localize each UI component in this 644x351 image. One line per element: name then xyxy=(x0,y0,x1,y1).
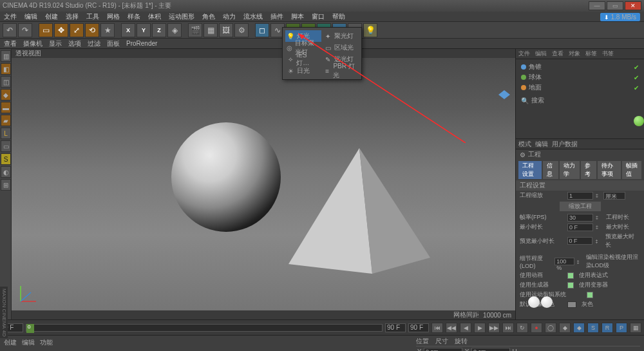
obj-tab[interactable]: 标签 xyxy=(585,50,597,58)
key-scale-button[interactable]: S xyxy=(587,323,599,333)
menu-item[interactable]: 选择 xyxy=(66,12,79,21)
attr-subtab[interactable]: 参考 xyxy=(581,161,596,179)
light-option-pbr[interactable]: ≡PBR 灯光 xyxy=(323,65,359,77)
use-gen-check[interactable] xyxy=(567,282,574,289)
attr-tab[interactable]: 模式 xyxy=(518,140,531,149)
recent-tool[interactable]: ★ xyxy=(100,23,115,37)
menu-item[interactable]: 网格 xyxy=(107,12,120,21)
view-menu-item[interactable]: 面板 xyxy=(107,39,120,48)
menu-item[interactable]: 帮助 xyxy=(332,12,345,21)
coord-system-button[interactable]: ◈ xyxy=(167,23,182,37)
key-rot-button[interactable]: R xyxy=(601,323,613,333)
render-region-button[interactable]: ▦ xyxy=(204,23,218,37)
obj-tab[interactable]: 书签 xyxy=(602,50,614,58)
tweaks-button[interactable]: ⊞ xyxy=(1,179,11,191)
light-button[interactable]: 💡 xyxy=(363,23,377,37)
menu-item[interactable]: 工具 xyxy=(86,12,99,21)
light-option-sun[interactable]: ☀日光 xyxy=(285,65,321,77)
maximize-button[interactable]: ▭ xyxy=(607,1,623,10)
render-view-button[interactable]: 🎬 xyxy=(188,23,202,37)
menu-item[interactable]: 样条 xyxy=(128,12,140,21)
next-key-button[interactable]: ▶▶ xyxy=(488,323,500,333)
menu-item[interactable]: 创建 xyxy=(45,12,58,21)
min-time-input[interactable]: 0 F xyxy=(567,223,593,231)
menu-item[interactable]: 编辑 xyxy=(24,12,37,21)
close-button[interactable]: ✕ xyxy=(625,1,641,10)
coord-tab[interactable]: 旋转 xyxy=(455,337,468,346)
mat-tab[interactable]: 编辑 xyxy=(22,338,35,347)
menu-item[interactable]: 动力 xyxy=(223,12,236,21)
point-mode-button[interactable]: ◆ xyxy=(1,89,11,100)
timeline-range-input[interactable]: 90 F xyxy=(408,323,429,332)
coord-tab[interactable]: 尺寸 xyxy=(435,337,448,346)
poly-mode-button[interactable]: ▰ xyxy=(1,115,11,126)
obj-tab[interactable]: 编辑 xyxy=(535,50,547,58)
view-menu-item[interactable]: 摄像机 xyxy=(23,39,43,48)
prev-key-button[interactable]: ◀◀ xyxy=(446,323,457,333)
obj-tab[interactable]: 查看 xyxy=(552,50,564,58)
menu-item[interactable]: 插件 xyxy=(270,12,283,21)
attr-tab[interactable]: 编辑 xyxy=(535,140,548,149)
pyramid-object[interactable] xyxy=(282,148,437,277)
model-mode-button[interactable]: ▥ xyxy=(1,50,11,62)
prev-min-input[interactable]: 0 F xyxy=(567,237,593,245)
scale-tool[interactable]: ⤢ xyxy=(70,23,84,37)
loop-button[interactable]: ↻ xyxy=(516,323,528,333)
units-unit-select[interactable]: 厘米 xyxy=(603,192,625,200)
default-color-swatch[interactable] xyxy=(567,301,576,308)
cube-primitive-button[interactable]: ◻ xyxy=(255,23,269,37)
attr-subtab[interactable]: 动力学 xyxy=(560,161,579,179)
axis-x-lock[interactable]: X xyxy=(121,23,135,37)
mat-tab[interactable]: 功能 xyxy=(40,338,53,347)
object-search-row[interactable]: 🔍搜索 xyxy=(520,95,640,106)
menu-item[interactable]: 文件 xyxy=(4,12,17,21)
view-menu-item[interactable]: 查看 xyxy=(4,39,17,48)
light-option-spot[interactable]: ✦聚光灯 xyxy=(323,30,359,42)
axis-y-lock[interactable]: Y xyxy=(137,23,151,37)
render-settings-button[interactable]: ⚙ xyxy=(234,23,249,37)
key-pos-button[interactable]: ◆ xyxy=(573,323,585,333)
undo-button[interactable]: ↶ xyxy=(3,23,17,37)
object-row-floor[interactable]: 地面✔ xyxy=(520,82,640,93)
play-back-button[interactable]: ◀ xyxy=(460,323,471,333)
edge-mode-button[interactable]: ▬ xyxy=(1,102,11,113)
workplane-button[interactable]: ▭ xyxy=(1,140,11,152)
axis-z-lock[interactable]: Z xyxy=(152,23,166,37)
key-param-button[interactable]: P xyxy=(616,323,627,333)
object-mode-button[interactable]: ◧ xyxy=(1,63,11,75)
minimize-button[interactable]: — xyxy=(589,1,605,10)
soft-select-button[interactable]: ◐ xyxy=(1,166,11,178)
obj-tab[interactable]: 文件 xyxy=(518,50,530,58)
attr-subtab-active[interactable]: 工程设置 xyxy=(518,161,542,179)
light-option-area[interactable]: ▭区域光 xyxy=(323,42,359,53)
coord-tab[interactable]: 位置 xyxy=(416,337,429,346)
size-x-input[interactable]: 0 cm xyxy=(471,348,510,351)
light-option-ies[interactable]: ✧IES 灯… xyxy=(285,53,321,65)
texture-mode-button[interactable]: ◫ xyxy=(1,76,11,88)
autokey-button[interactable]: ◯ xyxy=(545,323,556,333)
record-button[interactable]: ● xyxy=(531,323,542,333)
view-menu-item[interactable]: ProRender xyxy=(126,40,157,47)
timeline-track[interactable]: 0 xyxy=(26,324,383,332)
menu-item[interactable]: 体积 xyxy=(148,12,161,21)
goto-end-button[interactable]: ⏭ xyxy=(502,323,514,333)
select-tool[interactable]: ▭ xyxy=(39,23,53,37)
play-fwd-button[interactable]: ▶ xyxy=(474,323,486,333)
nav-cube-icon[interactable] xyxy=(498,90,510,99)
attr-tab[interactable]: 用户数据 xyxy=(552,140,578,149)
key-pla-button[interactable]: ▦ xyxy=(630,323,641,333)
object-row-pyramid[interactable]: 角锥✔ xyxy=(520,62,640,72)
axis-mode-button[interactable]: L xyxy=(1,128,11,139)
snap-button[interactable]: S xyxy=(1,153,11,165)
key-sel-button[interactable]: ◆ xyxy=(559,323,571,333)
attr-subtab[interactable]: 信息 xyxy=(543,161,558,179)
menu-item[interactable]: 脚本 xyxy=(291,12,304,21)
mat-tab[interactable]: 创建 xyxy=(4,338,17,347)
obj-tab[interactable]: 对象 xyxy=(569,50,580,58)
pos-x-input[interactable]: 0 cm xyxy=(424,348,462,351)
use-motion-check[interactable] xyxy=(587,292,593,298)
sphere-object[interactable] xyxy=(171,122,281,232)
goto-start-button[interactable]: ⏮ xyxy=(431,323,443,333)
menu-item[interactable]: 角色 xyxy=(202,12,215,21)
view-menu-item[interactable]: 显示 xyxy=(49,39,62,48)
